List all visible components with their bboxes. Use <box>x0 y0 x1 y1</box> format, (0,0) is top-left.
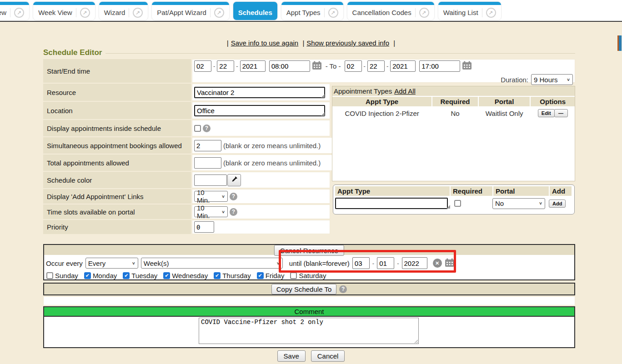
resource-input[interactable] <box>194 87 325 98</box>
tuesday-checkbox[interactable]: ✔ <box>123 272 130 279</box>
start-time-input[interactable] <box>269 60 310 72</box>
edit-button[interactable]: Edit <box>538 109 555 117</box>
appointment-types-header: Appointment Types Add All <box>332 86 575 96</box>
start-day-input[interactable] <box>217 60 234 72</box>
cancel-recurrence-button[interactable]: Cancel Recurrence <box>274 245 344 256</box>
save-info-link[interactable]: Save info to use again <box>231 39 298 47</box>
priority-input[interactable] <box>194 221 214 233</box>
schedule-color-input[interactable] <box>194 175 227 186</box>
simultaneous-input[interactable] <box>194 140 221 151</box>
total-appointments-input[interactable] <box>194 157 221 169</box>
start-month-input[interactable] <box>194 60 211 72</box>
tab-appt-types[interactable]: Appt Types ↗ <box>281 2 343 20</box>
pipe-separator: | <box>393 39 395 47</box>
external-link-icon[interactable]: ↗ <box>486 8 496 18</box>
start-year-input[interactable] <box>240 60 266 72</box>
calendar-icon[interactable] <box>312 61 322 72</box>
external-link-icon[interactable]: ↗ <box>80 8 90 18</box>
tab-wizard[interactable]: Wizard ↗ <box>99 2 148 20</box>
external-link-icon[interactable]: ↗ <box>328 8 338 18</box>
thursday-checkbox[interactable]: ✔ <box>214 272 221 279</box>
help-icon[interactable]: ? <box>230 193 237 200</box>
external-link-icon[interactable]: ↗ <box>14 8 24 18</box>
total-appointments-label: Total appointments allowed <box>43 155 191 171</box>
until-day-input[interactable] <box>377 257 394 269</box>
chevron-down-icon: ∨ <box>539 201 542 205</box>
add-appointment-links-select[interactable]: 10 Min. ∨ <box>194 191 228 202</box>
tab-cancellation-codes[interactable]: Cancellation Codes ↗ <box>347 2 434 20</box>
tab-divider <box>482 8 482 17</box>
end-day-input[interactable] <box>367 60 385 72</box>
help-icon[interactable]: ? <box>230 208 237 216</box>
duration-select[interactable]: 9 Hours ∨ <box>531 74 573 85</box>
color-picker-button[interactable] <box>227 174 241 186</box>
tab-label: Appt Types <box>286 9 321 16</box>
day-friday: ✔Friday <box>257 272 285 279</box>
end-time-input[interactable] <box>419 60 460 72</box>
new-appt-portal-select[interactable]: No ∨ <box>492 198 545 209</box>
add-appointment-links-content: 10 Min. ∨ ? <box>192 189 330 204</box>
monday-checkbox[interactable]: ✔ <box>84 272 91 279</box>
cell-appt-type: COVID Injection 2-Pfizer <box>332 108 431 119</box>
tab-pat-appt-wizard[interactable]: Pat/Appt Wizard ↗ <box>152 2 229 20</box>
calendar-icon[interactable] <box>462 61 472 72</box>
display-appointments-checkbox[interactable]: ✔ <box>194 125 201 132</box>
tab-schedules[interactable]: Schedules <box>233 2 277 20</box>
frequency-select[interactable]: Every ∨ <box>85 258 138 269</box>
new-appt-required-checkbox[interactable]: ✔ <box>454 200 461 207</box>
copy-schedule-button[interactable]: Copy Schedule To <box>271 284 336 294</box>
help-icon[interactable]: ? <box>203 125 211 132</box>
time-slots-content: 10 Min. ∨ ? <box>192 204 330 219</box>
wednesday-checkbox[interactable]: ✔ <box>163 272 170 279</box>
until-label: until (blank=forever) <box>289 259 350 267</box>
display-appointments-content: ✔ ? <box>192 120 330 136</box>
friday-checkbox[interactable]: ✔ <box>257 272 264 279</box>
column-header-required: Required <box>432 97 478 106</box>
comment-textarea[interactable]: COVID Vaccine-Pfizer shot 2 only <box>199 318 419 344</box>
simultaneous-label: Simultaneous appointment bookings allowe… <box>43 137 191 154</box>
pipe-separator: | <box>227 39 229 47</box>
until-year-input[interactable] <box>402 257 427 269</box>
cell-options: Edit — <box>531 108 575 119</box>
remove-button[interactable]: — <box>554 109 568 117</box>
cell-portal: Waitlist Only <box>479 108 530 119</box>
add-all-link[interactable]: Add All <box>394 87 416 95</box>
tab-partial-view[interactable]: ew ↗ <box>0 2 29 20</box>
help-icon[interactable]: ? <box>339 285 347 293</box>
eyedropper-icon <box>231 176 238 184</box>
time-slots-select[interactable]: 10 Min. ∨ <box>194 206 228 217</box>
day-sunday: ✔Sunday <box>46 272 78 279</box>
external-link-icon[interactable]: ↗ <box>214 8 224 18</box>
unit-select[interactable]: Week(s) ∨ <box>141 258 283 269</box>
tab-label: Wizard <box>104 9 125 16</box>
external-link-icon[interactable]: ↗ <box>419 8 429 18</box>
add-appt-button[interactable]: Add <box>549 199 566 208</box>
tab-divider <box>324 8 325 17</box>
add-appointment-links-label: Display 'Add Appointment' Links <box>43 189 191 204</box>
new-appt-type-input[interactable] <box>335 198 448 209</box>
calendar-icon[interactable] <box>445 258 455 269</box>
resize-grip <box>446 205 450 209</box>
date-dash: - <box>372 260 374 267</box>
cancel-button[interactable]: Cancel <box>311 350 345 362</box>
end-month-input[interactable] <box>345 60 362 72</box>
show-saved-info-link[interactable]: Show previously saved info <box>306 39 389 47</box>
tab-week-view[interactable]: Week View ↗ <box>33 2 95 20</box>
saturday-checkbox[interactable]: ✔ <box>290 272 297 279</box>
recurrence-days-row: ✔Sunday ✔Monday ✔Tuesday ✔Wednesday ✔Thu… <box>44 272 574 279</box>
tab-divider <box>10 8 10 17</box>
unlimited-hint: (blank or zero means unlimited.) <box>223 142 321 150</box>
save-button[interactable]: Save <box>277 350 306 362</box>
location-input[interactable] <box>194 105 325 116</box>
duration-label: Duration: <box>501 76 528 84</box>
tab-label: Cancellation Codes <box>352 9 411 16</box>
end-year-input[interactable] <box>390 60 416 72</box>
clear-date-icon[interactable]: ✕ <box>433 259 442 268</box>
until-month-input[interactable] <box>352 257 370 269</box>
external-link-icon[interactable]: ↗ <box>133 8 143 18</box>
add-column-appt-type: Appt Type <box>335 186 450 196</box>
tab-divider <box>210 8 211 17</box>
sunday-checkbox[interactable]: ✔ <box>46 272 53 279</box>
tab-waiting-list[interactable]: Waiting List ↗ <box>438 2 501 20</box>
recurrence-section: Cancel Recurrence Occur every Every ∨ We… <box>43 244 575 280</box>
